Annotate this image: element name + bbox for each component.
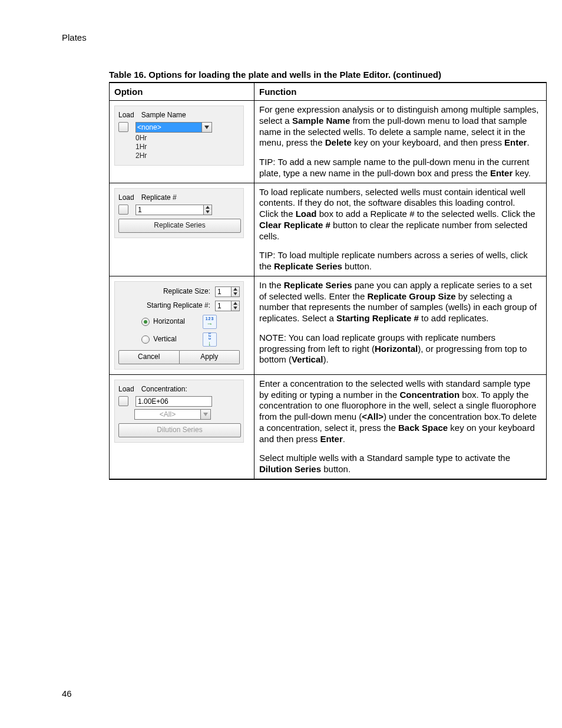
list-item: 1Hr <box>135 143 240 151</box>
func-concentration: Enter a concentration to the selected we… <box>254 374 547 479</box>
page-number: 46 <box>62 689 72 699</box>
dropdown-icon[interactable] <box>200 410 210 419</box>
sample-name-options: 0Hr 1Hr 2Hr <box>135 134 240 160</box>
sample-name-selected: <none> <box>136 123 201 132</box>
vertical-direction-icon: 123↓ <box>203 332 217 347</box>
replicate-panel: Load Replicate # 1 <box>114 188 244 238</box>
list-item: 2Hr <box>135 151 240 160</box>
concentration-label: Concentration: <box>141 385 240 394</box>
replicate-number-value[interactable]: 1 <box>135 205 204 215</box>
spin-up-icon[interactable] <box>204 205 211 210</box>
horizontal-radio[interactable] <box>141 318 150 326</box>
list-item: 0Hr <box>135 134 240 143</box>
vertical-radio[interactable] <box>141 335 150 344</box>
vertical-label: Vertical <box>153 335 176 344</box>
th-option: Option <box>110 83 254 101</box>
func-replicate-series: In the Replicate Series pane you can app… <box>254 276 547 374</box>
replicate-series-button[interactable]: Replicate Series <box>118 219 241 233</box>
th-function: Function <box>254 83 547 101</box>
cancel-button[interactable]: Cancel <box>118 350 180 364</box>
load-label: Load <box>118 111 134 120</box>
replicate-load-checkbox[interactable] <box>118 205 128 215</box>
fluorophore-selected: <All> <box>135 410 200 419</box>
starting-replicate-label: Starting Replicate #: <box>118 301 210 310</box>
concentration-panel: Load Concentration: 1.00E+06 <All> <box>114 380 244 443</box>
func-sample-name: For gene expression analysis or to disti… <box>254 101 547 183</box>
replicate-series-panel: Replicate Size: 1 Starting Replicate #: <box>114 281 244 370</box>
sample-name-select[interactable]: <none> <box>135 122 212 133</box>
func-replicate: To load replicate numbers, selected well… <box>254 183 547 276</box>
spin-up-icon[interactable] <box>232 301 239 306</box>
sample-name-label: Sample Name <box>141 111 240 120</box>
sample-name-panel: Load Sample Name <none> <box>114 106 244 166</box>
spin-down-icon[interactable] <box>232 306 239 311</box>
replicate-label: Replicate # <box>141 193 240 202</box>
fluorophore-select[interactable]: <All> <box>134 409 211 420</box>
dilution-series-button[interactable]: Dilution Series <box>118 423 241 437</box>
replicate-number-input[interactable]: 1 <box>135 205 212 215</box>
replicate-size-value[interactable]: 1 <box>215 286 232 297</box>
replicate-size-input[interactable]: 1 <box>215 286 240 297</box>
opt-sample-name: Load Sample Name <none> <box>110 101 254 183</box>
starting-replicate-input[interactable]: 1 <box>215 301 240 311</box>
horizontal-label: Horizontal <box>153 317 185 326</box>
spin-down-icon[interactable] <box>204 210 211 215</box>
concentration-load-checkbox[interactable] <box>118 396 128 406</box>
opt-replicate-series: Replicate Size: 1 Starting Replicate #: <box>110 276 254 374</box>
options-table: Option Function Load Sample Name <box>109 82 547 480</box>
running-header: Plates <box>62 32 500 42</box>
apply-button[interactable]: Apply <box>180 350 240 364</box>
spin-up-icon[interactable] <box>232 287 239 292</box>
replicate-size-label: Replicate Size: <box>118 287 210 296</box>
opt-concentration: Load Concentration: 1.00E+06 <All> <box>110 374 254 479</box>
horizontal-direction-icon: 123→ <box>203 315 217 329</box>
starting-replicate-value[interactable]: 1 <box>215 301 232 311</box>
opt-replicate: Load Replicate # 1 <box>110 183 254 276</box>
dropdown-icon[interactable] <box>201 123 211 132</box>
load-label: Load <box>118 193 134 202</box>
sample-load-checkbox[interactable] <box>118 122 128 132</box>
load-label: Load <box>118 385 134 394</box>
spin-down-icon[interactable] <box>232 292 239 297</box>
table-caption: Table 16. Options for loading the plate … <box>109 70 500 80</box>
concentration-input[interactable]: 1.00E+06 <box>135 396 212 407</box>
